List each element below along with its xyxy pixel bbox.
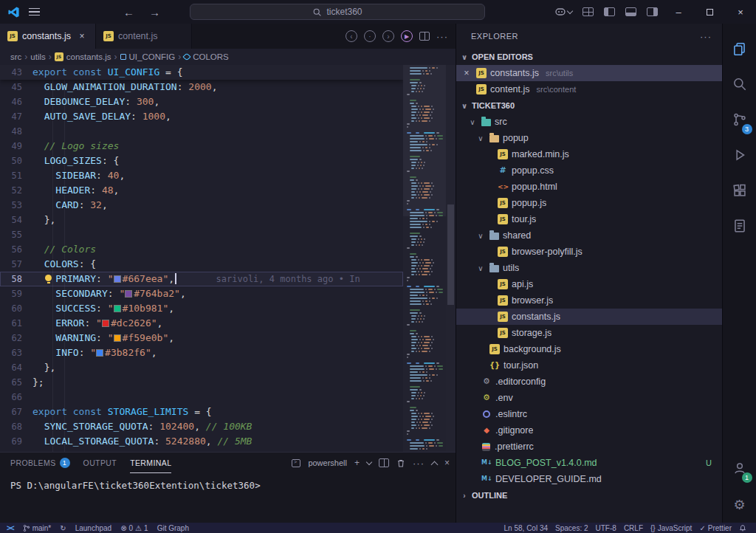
- eol-sequence[interactable]: CRLF: [620, 523, 647, 533]
- toggle-sidebar-right-icon[interactable]: [642, 0, 663, 24]
- explorer-more-actions-icon[interactable]: ···: [700, 31, 712, 42]
- code-line-69[interactable]: 69 LOCAL_STORAGE_QUOTA: 5242880, // 5MB: [0, 434, 403, 449]
- scrollbar-thumb[interactable]: [447, 204, 454, 305]
- close-tab-icon[interactable]: ×: [76, 31, 88, 41]
- tree-item-.env[interactable]: .env: [456, 390, 722, 406]
- run-file-button[interactable]: ▶: [401, 30, 413, 42]
- command-center-search[interactable]: ticket360: [190, 4, 485, 20]
- breadcrumb-utils[interactable]: utils: [30, 52, 45, 61]
- code-line-53[interactable]: 53 CARD: 32,: [0, 198, 403, 213]
- cursor-position[interactable]: Ln 58, Col 34: [501, 523, 552, 533]
- editor-more-actions-icon[interactable]: ···: [436, 31, 448, 42]
- tree-item-marked.min.js[interactable]: marked.min.js: [456, 146, 722, 162]
- code-line-46[interactable]: 46 DEBOUNCE_DELAY: 300,: [0, 94, 403, 109]
- tab-content.js[interactable]: content.js: [96, 24, 192, 49]
- code-line-70[interactable]: 70 CHUNK_SIZE: 100,: [0, 449, 403, 452]
- code-line-55[interactable]: 55: [0, 227, 403, 242]
- formatter-item[interactable]: ✓ Prettier: [695, 523, 735, 533]
- tree-item-popup.js[interactable]: popup.js: [456, 195, 722, 211]
- tree-item-storage.js[interactable]: storage.js: [456, 325, 722, 341]
- launchpad-item[interactable]: Launchpad: [72, 523, 116, 533]
- tab-terminal[interactable]: TERMINAL: [130, 453, 171, 473]
- report-view-icon[interactable]: [723, 208, 756, 244]
- problems-item[interactable]: ⊗ 0 ⚠ 1: [117, 523, 151, 533]
- code-editor[interactable]: 43export const UI_CONFIG = { 45 GLOW_ANI…: [0, 65, 403, 452]
- tab-problems[interactable]: PROBLEMS 1: [10, 453, 70, 473]
- code-line-59[interactable]: 59 SECONDARY: "#764ba2",: [0, 286, 403, 301]
- panel-more-actions-icon[interactable]: ···: [413, 458, 425, 469]
- code-line-66[interactable]: 66: [0, 390, 403, 405]
- toggle-panel-left-icon[interactable]: [599, 0, 620, 24]
- tree-item-utils[interactable]: ∨utils: [456, 260, 722, 276]
- language-mode[interactable]: {} JavaScript: [647, 523, 695, 533]
- new-terminal-button[interactable]: +: [354, 458, 360, 468]
- indentation[interactable]: Spaces: 2: [551, 523, 591, 533]
- minimap[interactable]: [403, 65, 446, 452]
- code-line-54[interactable]: 54 },: [0, 213, 403, 227]
- settings-gear-icon[interactable]: ⚙: [723, 487, 756, 523]
- minimize-button[interactable]: –: [663, 0, 694, 24]
- remote-indicator[interactable]: ><: [3, 523, 18, 533]
- run-debug-view-icon[interactable]: [723, 137, 756, 173]
- tree-item-constants.js[interactable]: constants.js: [456, 309, 722, 325]
- terminal-prompt[interactable]: PS D:\angularFE\ticket360Extention\ticke…: [10, 479, 456, 492]
- tree-item-popup.html[interactable]: popup.html: [456, 179, 722, 195]
- code-line-47[interactable]: 47 AUTO_SAVE_DELAY: 1000,: [0, 109, 403, 124]
- tree-item-DEVELOPER_GUIDE.md[interactable]: DEVELOPER_GUIDE.md: [456, 471, 722, 487]
- next-change-button[interactable]: ›: [382, 30, 394, 42]
- kill-terminal-icon[interactable]: [396, 458, 405, 468]
- tree-item-popup[interactable]: ∨popup: [456, 130, 722, 146]
- code-line-68[interactable]: 68 SYNC_STORAGE_QUOTA: 102400, // 100KB: [0, 419, 403, 434]
- tab-constants.js[interactable]: constants.js×: [0, 24, 96, 49]
- copilot-icon[interactable]: [549, 0, 577, 24]
- close-window-button[interactable]: ×: [725, 0, 756, 24]
- breadcrumb-constants.js[interactable]: constants.js: [55, 52, 111, 61]
- tree-item-.editorconfig[interactable]: .editorconfig: [456, 374, 722, 390]
- tree-item-tour.json[interactable]: tour.json: [456, 357, 722, 374]
- code-line-58[interactable]: 58 PRIMARY: "#667eea",sarivoli, 4 months…: [0, 272, 403, 286]
- tree-item-browser-polyfill.js[interactable]: browser-polyfill.js: [456, 244, 722, 260]
- tree-item-tour.js[interactable]: tour.js: [456, 211, 722, 227]
- notifications-bell-icon[interactable]: [735, 523, 750, 533]
- extensions-view-icon[interactable]: [723, 173, 756, 208]
- tree-item-.prettierrc[interactable]: .prettierrc: [456, 439, 722, 455]
- code-line-63[interactable]: 63 INFO: "#3b82f6",: [0, 345, 403, 360]
- tree-item-popup.css[interactable]: popup.css: [456, 162, 722, 179]
- tree-item-browser.js[interactable]: browser.js: [456, 292, 722, 309]
- git-graph-item[interactable]: Git Graph: [154, 523, 193, 533]
- breadcrumb-UI_CONFIG[interactable]: UI_CONFIG: [120, 52, 176, 61]
- workspace-section[interactable]: ∨ TICKET360: [456, 97, 722, 114]
- code-line-49[interactable]: 49 // Logo sizes: [0, 139, 403, 154]
- code-line-50[interactable]: 50 LOGO_SIZES: {: [0, 154, 403, 168]
- back-button[interactable]: ←: [116, 6, 142, 18]
- source-control-view-icon[interactable]: 3: [723, 102, 756, 137]
- open-editors-section[interactable]: ∨ OPEN EDITORS: [456, 49, 722, 65]
- code-line-43[interactable]: 43export const UI_CONFIG = {: [0, 65, 403, 80]
- code-line-45[interactable]: 45 GLOW_ANIMATION_DURATION: 2000,: [0, 80, 403, 94]
- prev-change-button[interactable]: ‹: [346, 30, 357, 42]
- git-branch-item[interactable]: main*: [19, 523, 55, 533]
- forward-button[interactable]: →: [142, 6, 168, 18]
- editor-scrollbar[interactable]: [446, 65, 456, 452]
- explorer-view-icon[interactable]: [723, 31, 756, 66]
- tab-output[interactable]: OUTPUT: [83, 453, 117, 473]
- tree-item-shared[interactable]: ∨shared: [456, 227, 722, 244]
- code-line-67[interactable]: 67export const STORAGE_LIMITS = {: [0, 405, 403, 419]
- shell-name[interactable]: powershell: [308, 458, 347, 467]
- tree-item-BLOG_POST_v1.4.0.md[interactable]: BLOG_POST_v1.4.0.mdU: [456, 455, 722, 471]
- maximize-panel-icon[interactable]: [432, 459, 437, 467]
- open-editor-constants.js[interactable]: ×constants.jssrc\utils: [456, 65, 722, 81]
- code-line-65[interactable]: 65};: [0, 375, 403, 390]
- split-terminal-icon[interactable]: [379, 458, 389, 467]
- code-line-48[interactable]: 48: [0, 124, 403, 139]
- maximize-button[interactable]: [694, 0, 725, 24]
- code-line-52[interactable]: 52 HEADER: 48,: [0, 183, 403, 198]
- code-line-62[interactable]: 62 WARNING: "#f59e0b",: [0, 331, 403, 345]
- sticky-scroll-line[interactable]: 43export const UI_CONFIG = {: [0, 65, 403, 80]
- close-editor-icon[interactable]: ×: [461, 68, 472, 78]
- code-line-64[interactable]: 64 },: [0, 360, 403, 375]
- encoding[interactable]: UTF-8: [592, 523, 620, 533]
- code-line-51[interactable]: 51 SIDEBAR: 40,: [0, 168, 403, 183]
- outline-section[interactable]: › OUTLINE: [456, 487, 722, 503]
- split-editor-icon[interactable]: [419, 32, 430, 41]
